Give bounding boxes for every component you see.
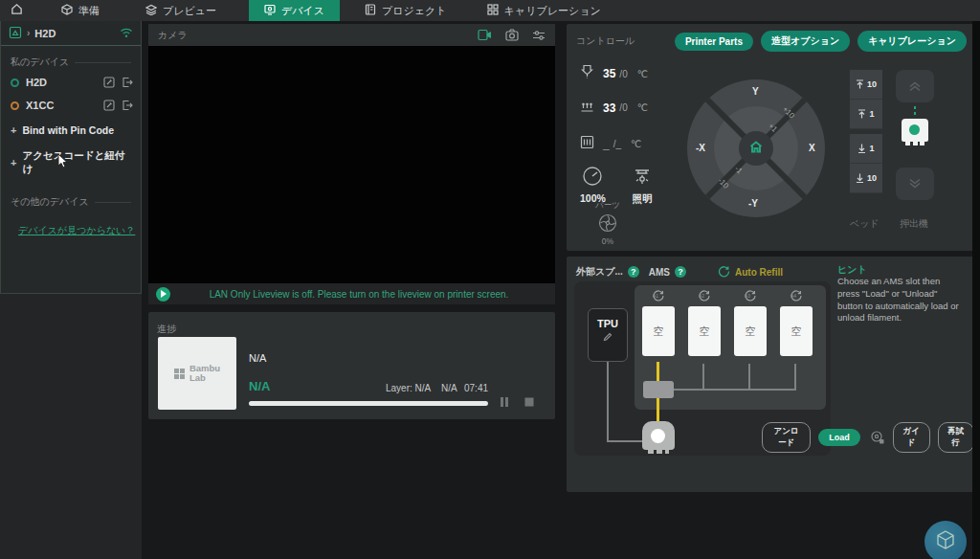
chamber-temp-row[interactable]: _ /_ ℃ xyxy=(580,135,641,153)
tab-label: キャリブレーション xyxy=(504,4,601,18)
ams-slot-4[interactable]: A4 空 xyxy=(780,289,813,356)
jog-x-plus[interactable]: X xyxy=(809,143,815,153)
device-not-found-link[interactable]: デバイスが見つからない？ xyxy=(1,211,141,237)
print-options-button[interactable]: 造型オプション xyxy=(761,31,850,52)
jog-y-plus[interactable]: Y xyxy=(752,86,759,97)
mouse-cursor xyxy=(57,153,70,173)
camera-settings-sliders-icon[interactable] xyxy=(532,30,546,41)
slot-refresh-icon[interactable]: A4 xyxy=(780,289,813,304)
edit-pencil-icon[interactable] xyxy=(603,332,612,344)
guide-button[interactable]: ガイド xyxy=(893,422,930,453)
slot-empty-label[interactable]: 空 xyxy=(642,306,675,356)
retry-button[interactable]: 再試行 xyxy=(938,422,974,453)
filament-settings-icon[interactable] xyxy=(870,430,885,445)
tab-calibration[interactable]: キャリブレーション xyxy=(472,0,616,21)
jog-x-minus[interactable]: -X xyxy=(696,143,705,153)
hint-title: ヒント xyxy=(837,263,867,277)
sign-out-device-icon[interactable] xyxy=(122,100,133,111)
slot-empty-label[interactable]: 空 xyxy=(688,306,721,356)
slot-refresh-icon[interactable]: A2 xyxy=(688,289,721,304)
unload-button[interactable]: アンロード xyxy=(762,422,811,453)
slot-empty-label[interactable]: 空 xyxy=(780,306,813,356)
nozzle-temp-row[interactable]: 35 /0 ℃ xyxy=(580,64,648,83)
ams-slot-3[interactable]: A3 空 xyxy=(734,289,767,356)
tab-prepare[interactable]: 準備 xyxy=(46,0,115,21)
bed-up-10-button[interactable]: 10 xyxy=(850,70,882,100)
job-name: N/A xyxy=(249,352,266,364)
retract-filament-button[interactable] xyxy=(896,70,934,102)
camera-title: カメラ xyxy=(158,29,188,42)
tab-preview[interactable]: プレビュー xyxy=(130,0,232,21)
bed-down-10-button[interactable]: 10 xyxy=(850,164,882,193)
light-label: 照明 xyxy=(632,192,653,206)
home-axes-icon xyxy=(748,140,764,158)
pause-button[interactable] xyxy=(499,396,510,408)
bind-with-access-code[interactable]: アクセスコードと紐付け xyxy=(1,142,141,182)
home-button[interactable] xyxy=(0,0,33,21)
slot-refresh-icon[interactable]: A3 xyxy=(734,289,767,304)
sign-out-device-icon[interactable] xyxy=(122,77,133,88)
speed-control[interactable]: 100% xyxy=(580,166,606,204)
print-thumbnail: BambuLab xyxy=(158,337,236,410)
bed-down-1-button[interactable]: 1 xyxy=(850,134,882,164)
progress-title: 進捗 xyxy=(157,324,176,334)
edit-device-icon[interactable] xyxy=(103,77,115,88)
external-spool-tab[interactable]: 外部スプ... xyxy=(576,265,623,279)
stop-button[interactable] xyxy=(523,396,535,408)
tpu-filament-path xyxy=(607,440,643,442)
slot-empty-label[interactable]: 空 xyxy=(734,306,767,356)
auto-refill-icon xyxy=(718,265,730,280)
active-filament-line xyxy=(657,362,659,383)
printer-icon xyxy=(9,26,22,41)
bind-with-pin-code[interactable]: Bind with Pin Code xyxy=(1,117,141,142)
external-spool-slot[interactable]: TPU xyxy=(588,308,628,362)
progress-percent: N/A xyxy=(441,383,457,393)
device-row-h2d[interactable]: H2D xyxy=(1,71,141,94)
liveview-off-message: LAN Only Liveview is off. Please turn on… xyxy=(170,289,547,300)
extrude-filament-button[interactable] xyxy=(896,168,934,200)
toolhead-extruder-graphic xyxy=(642,421,675,454)
plus-icon xyxy=(11,124,16,136)
external-spool-material: TPU xyxy=(597,318,618,329)
bed-up-1-button[interactable]: 1 xyxy=(850,100,882,129)
ams-tab[interactable]: AMS xyxy=(649,267,670,278)
calibration-button[interactable]: キャリブレーション xyxy=(858,31,967,52)
ams-slot-2[interactable]: A2 空 xyxy=(688,289,721,356)
filament-hub xyxy=(643,381,674,398)
jog-y-minus[interactable]: -Y xyxy=(748,198,758,209)
xy-jog-pad[interactable]: Y -Y -X X +10 +1 -1 -10 xyxy=(687,79,825,217)
device-name: H2D xyxy=(26,77,97,88)
home-all-button[interactable] xyxy=(739,131,773,166)
tab-label: デバイス xyxy=(281,4,324,18)
device-name: X1CC xyxy=(26,100,97,111)
camera-panel: カメラ LAN Only Liveview is off. Please tur… xyxy=(148,24,555,304)
camera-snapshot-icon[interactable] xyxy=(505,29,519,41)
chamber-light-control[interactable]: 照明 xyxy=(632,168,653,206)
help-icon[interactable]: ? xyxy=(628,266,639,278)
top-nav: 準備 プレビュー デバイス プロジェクト キャリブレーション xyxy=(0,0,980,21)
device-panel-header[interactable]: › H2D xyxy=(1,21,141,46)
part-fan-label: パーツ xyxy=(595,200,620,212)
help-icon[interactable]: ? xyxy=(675,266,686,278)
bed-temp-row[interactable]: 33 /0 ℃ xyxy=(580,99,648,117)
wifi-icon xyxy=(120,27,133,40)
auto-refill-toggle[interactable]: Auto Refill xyxy=(718,265,783,280)
tab-device[interactable]: デバイス xyxy=(249,0,340,21)
slot-refresh-icon[interactable]: A1 xyxy=(642,289,675,304)
device-row-x1cc[interactable]: X1CC xyxy=(1,94,141,117)
extruder-label: 押出機 xyxy=(900,217,928,231)
ams-slot-1[interactable]: A1 空 xyxy=(642,289,675,356)
printer-parts-button[interactable]: Printer Parts xyxy=(675,33,753,51)
slot-line xyxy=(702,364,704,391)
edit-device-icon[interactable] xyxy=(103,100,115,111)
part-fan-control[interactable]: パーツ 0% xyxy=(595,200,620,246)
tab-label: 準備 xyxy=(78,4,100,18)
liveview-record-icon[interactable] xyxy=(478,29,492,41)
layer-info: Layer: N/A xyxy=(386,383,431,393)
tab-project[interactable]: プロジェクト xyxy=(349,0,462,21)
progress-bar xyxy=(249,401,488,406)
load-button[interactable]: Load xyxy=(818,429,860,446)
play-button[interactable] xyxy=(156,287,170,302)
current-device-name: H2D xyxy=(34,28,56,39)
ams-header: 外部スプ... ? AMS ? xyxy=(576,265,696,279)
